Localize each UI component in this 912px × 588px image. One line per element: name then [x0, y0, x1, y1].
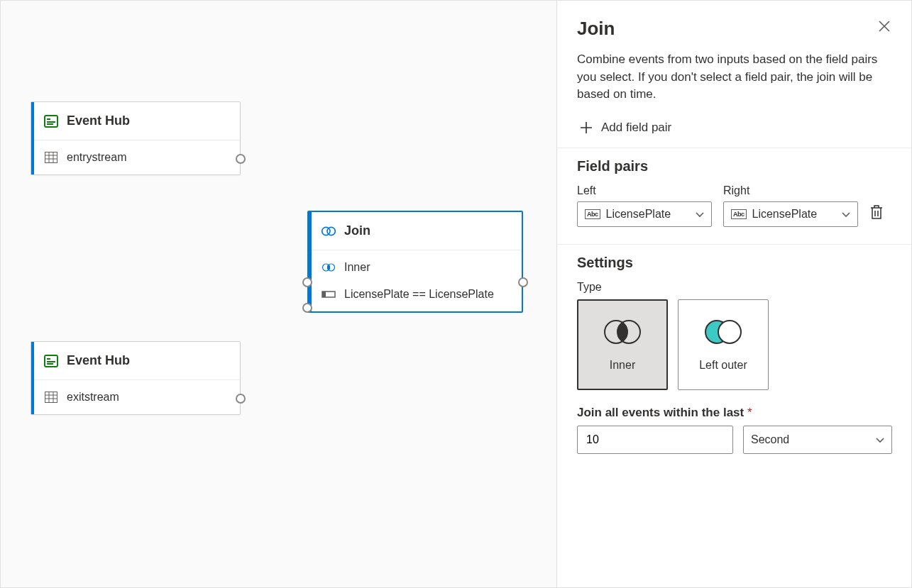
right-label: Right	[723, 184, 858, 197]
node-title: Event Hub	[67, 113, 130, 128]
svg-rect-12	[47, 363, 53, 365]
close-button[interactable]	[874, 16, 894, 36]
designer-canvas[interactable]: Event Hub entrystream Event Hub	[1, 1, 556, 587]
node-accent	[309, 212, 312, 311]
svg-rect-11	[47, 361, 55, 362]
time-window-value-input[interactable]	[577, 426, 733, 454]
join-icon	[322, 224, 336, 238]
svg-point-19	[327, 227, 335, 235]
node-detail-row: entrystream	[31, 140, 240, 174]
required-asterisk: *	[747, 406, 752, 419]
node-header: Event Hub	[31, 342, 240, 380]
table-icon	[44, 390, 58, 404]
node-header: Event Hub	[31, 102, 240, 140]
node-stream-name: exitstream	[67, 391, 119, 404]
node-eventhub-exit[interactable]: Event Hub exitstream	[31, 341, 241, 415]
svg-rect-10	[47, 358, 50, 360]
delete-field-pair-button[interactable]	[869, 204, 886, 221]
node-join-condition: LicensePlate == LicensePlate	[344, 288, 494, 301]
left-field-dropdown[interactable]: Abc LicensePlate	[577, 201, 712, 227]
svg-rect-2	[47, 121, 55, 123]
node-title: Join	[344, 223, 370, 238]
output-port[interactable]	[236, 154, 246, 164]
time-window-row: Second	[577, 426, 891, 454]
node-accent	[31, 342, 34, 414]
panel-title: Join	[577, 18, 891, 40]
join-type-left-outer[interactable]: Left outer	[678, 299, 769, 390]
add-field-pair-label: Add field pair	[601, 121, 671, 135]
right-field-dropdown[interactable]: Abc LicensePlate	[723, 201, 858, 227]
output-port[interactable]	[236, 394, 246, 404]
app-root: Event Hub entrystream Event Hub	[0, 0, 912, 588]
edges-layer	[1, 1, 214, 107]
time-window-unit-dropdown[interactable]: Second	[743, 426, 892, 454]
svg-point-28	[718, 321, 741, 343]
node-stream-name: entrystream	[67, 151, 126, 164]
node-title: Event Hub	[67, 353, 130, 368]
field-pairs-heading: Field pairs	[577, 158, 891, 174]
svg-rect-24	[322, 292, 326, 297]
svg-point-22	[327, 265, 330, 270]
abc-type-icon: Abc	[731, 209, 747, 219]
add-field-pair-button[interactable]: Add field pair	[577, 116, 674, 148]
svg-rect-13	[45, 392, 57, 403]
panel-description: Combine events from two inputs based on …	[577, 51, 891, 104]
abc-type-icon: Abc	[585, 209, 600, 219]
inner-join-small-icon	[322, 260, 336, 274]
node-accent	[31, 102, 34, 174]
node-join-condition-row: LicensePlate == LicensePlate	[309, 284, 522, 311]
node-join-type-row: Inner	[309, 250, 522, 284]
eventhub-icon	[44, 114, 58, 128]
left-field-value: LicensePlate	[606, 208, 671, 221]
table-icon	[44, 150, 58, 165]
svg-rect-4	[45, 152, 57, 163]
chevron-down-icon	[696, 208, 704, 221]
right-field-column: Right Abc LicensePlate	[723, 184, 858, 227]
join-type-inner[interactable]: Inner	[577, 299, 668, 390]
node-join-type: Inner	[344, 261, 370, 274]
left-field-column: Left Abc LicensePlate	[577, 184, 712, 227]
time-window-unit-value: Second	[751, 433, 789, 446]
type-label: Type	[577, 281, 891, 294]
join-type-inner-label: Inner	[610, 359, 635, 372]
node-eventhub-entry[interactable]: Event Hub entrystream	[31, 101, 241, 175]
node-detail-row: exitstream	[31, 380, 240, 414]
chevron-down-icon	[876, 433, 884, 446]
svg-rect-3	[47, 123, 53, 125]
time-window-label: Join all events within the last *	[577, 406, 891, 420]
input-port-left-2[interactable]	[302, 303, 312, 313]
svg-rect-1	[47, 118, 50, 120]
eventhub-icon	[44, 354, 58, 368]
output-port[interactable]	[518, 277, 528, 287]
left-label: Left	[577, 184, 712, 197]
join-type-left-outer-label: Left outer	[699, 359, 747, 372]
plus-icon	[580, 121, 593, 134]
field-pair-row: Left Abc LicensePlate Right Abc LicenseP…	[577, 184, 891, 227]
settings-heading: Settings	[577, 255, 891, 271]
properties-panel: Join Combine events from two inputs base…	[556, 1, 911, 587]
left-outer-join-icon	[701, 318, 746, 346]
divider	[557, 148, 911, 148]
input-port-left-1[interactable]	[302, 277, 312, 287]
right-field-value: LicensePlate	[752, 208, 818, 221]
field-icon	[322, 287, 336, 301]
inner-join-icon	[600, 318, 645, 346]
node-header: Join	[309, 212, 522, 250]
chevron-down-icon	[842, 208, 850, 221]
node-join[interactable]: Join Inner LicensePlate == LicensePlate	[307, 211, 523, 313]
join-type-selector: Inner Left outer	[577, 299, 891, 390]
divider	[557, 244, 911, 245]
